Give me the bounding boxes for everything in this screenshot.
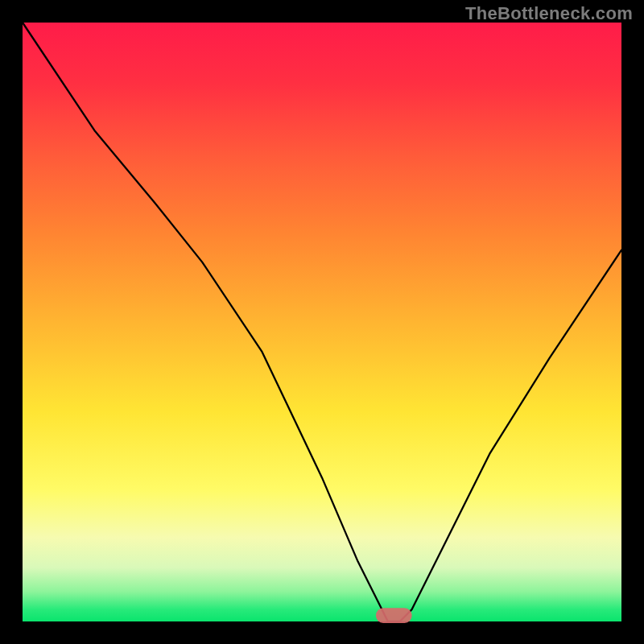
chart-frame: TheBottleneck.com: [0, 0, 644, 644]
bottleneck-curve: [23, 23, 621, 621]
optimal-marker: [376, 608, 412, 623]
watermark-text: TheBottleneck.com: [465, 3, 633, 24]
chart-plot-area: [23, 23, 621, 621]
chart-svg: [23, 23, 621, 621]
